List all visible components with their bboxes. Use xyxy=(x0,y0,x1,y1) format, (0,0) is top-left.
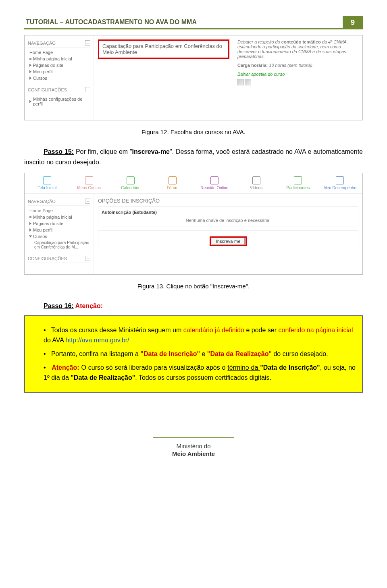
video-icon xyxy=(252,176,260,184)
calendar-icon xyxy=(127,176,135,184)
nav-item[interactable]: Meu perfil xyxy=(29,68,90,75)
course-workload: Carga horária: 10 horas (sem tutoria) xyxy=(237,63,358,68)
meeting-icon xyxy=(210,176,218,184)
inscreva-me-button[interactable]: Inscreva-me xyxy=(212,238,245,245)
toolbar-item[interactable]: Meu Desempenho xyxy=(322,176,358,190)
nav-item[interactable]: Meu perfil xyxy=(29,227,90,233)
nav-item[interactable]: Cursos xyxy=(29,233,90,240)
forum-icon xyxy=(169,176,177,184)
nav-item[interactable]: Páginas do site xyxy=(29,62,90,68)
course-description: Debater a respeito do conteúdo temático … xyxy=(237,39,358,59)
conf-block-header: CONFIGURAÇÕES – xyxy=(28,254,90,263)
home-icon xyxy=(43,176,51,184)
nav-item[interactable]: Minhas configurações de perfil xyxy=(29,96,90,107)
autoinscription-title: Autoinscrição (Estudante) xyxy=(102,210,157,215)
conf-block-header: CONFIGURAÇÕES – xyxy=(28,85,90,94)
stats-icon xyxy=(336,176,344,184)
laptop-icon xyxy=(85,176,93,184)
nav-block-header: NAVEGAÇÃO – xyxy=(28,39,90,48)
ava-url-link[interactable]: http://ava.mma.gov.br/ xyxy=(66,337,129,344)
no-key-text: Nenhuma chave de inscrição é necessária. xyxy=(102,218,355,223)
collapse-icon[interactable]: – xyxy=(85,256,90,261)
nav-item[interactable]: Home Page xyxy=(29,49,90,56)
toolbar-item[interactable]: Vídeos xyxy=(238,176,275,190)
passo-15-text: Passo 15: Por fim, clique em "Inscreva-m… xyxy=(24,147,363,167)
figure-caption-13: Figura 13. Clique no botão "Inscreva-me"… xyxy=(24,283,363,290)
page-number: 9 xyxy=(343,16,363,29)
nav-item[interactable]: Cursos xyxy=(29,75,90,81)
collapse-icon[interactable]: – xyxy=(85,199,90,204)
options-title: OPÇÕES DE INSCRIÇÃO xyxy=(98,198,358,204)
passo-16-label: Passo 16: Atenção: xyxy=(24,301,363,311)
collapse-icon[interactable]: – xyxy=(85,40,90,46)
nav-item[interactable]: Minha página inicial xyxy=(29,56,90,62)
page-header: TUTORIAL – AUTOCADASTRAMENTO NO AVA DO M… xyxy=(24,16,363,29)
toolbar-item[interactable]: Fórum xyxy=(154,176,191,190)
nav-item[interactable]: Minha página inicial xyxy=(29,214,90,220)
header-title: TUTORIAL – AUTOCADASTRAMENTO NO AVA DO M… xyxy=(24,16,343,29)
footer-ministry: Ministério doMeio Ambiente xyxy=(153,437,234,458)
toolbar: Tela Inicial Meus Cursos Calendário Fóru… xyxy=(25,173,362,194)
nav-item[interactable]: Capacitação para Participação em Conferê… xyxy=(29,240,90,250)
thumbnail-row xyxy=(237,79,358,86)
attention-box: • Todos os cursos desse Ministério segue… xyxy=(24,315,363,393)
collapse-icon[interactable]: – xyxy=(85,87,90,92)
screenshot-1: NAVEGAÇÃO – Home Page Minha página inici… xyxy=(24,35,363,120)
toolbar-item[interactable]: Tela Inicial xyxy=(29,176,65,190)
nav-item[interactable]: Home Page xyxy=(29,207,90,214)
inscreva-me-highlight: Inscreva-me xyxy=(210,236,247,246)
figure-caption-12: Figura 12. Escolha dos cursos no AVA. xyxy=(24,128,363,135)
toolbar-item[interactable]: Meus Cursos xyxy=(71,176,107,190)
toolbar-item[interactable]: Reunião Online xyxy=(196,176,233,190)
participants-icon xyxy=(294,176,302,184)
course-title-highlight: Capacitação para Participação em Conferê… xyxy=(98,39,229,59)
nav-list: Home Page Minha página inicial Páginas d… xyxy=(29,49,90,81)
download-link[interactable]: Baixar apostila do curso xyxy=(237,72,358,77)
screenshot-2: Tela Inicial Meus Cursos Calendário Fóru… xyxy=(24,173,363,275)
nav-item[interactable]: Páginas do site xyxy=(29,220,90,227)
nav-block-header: NAVEGAÇÃO – xyxy=(28,197,90,206)
toolbar-item[interactable]: Participantes xyxy=(280,176,316,190)
toolbar-item[interactable]: Calendário xyxy=(112,176,149,190)
footer-separator xyxy=(24,413,363,413)
